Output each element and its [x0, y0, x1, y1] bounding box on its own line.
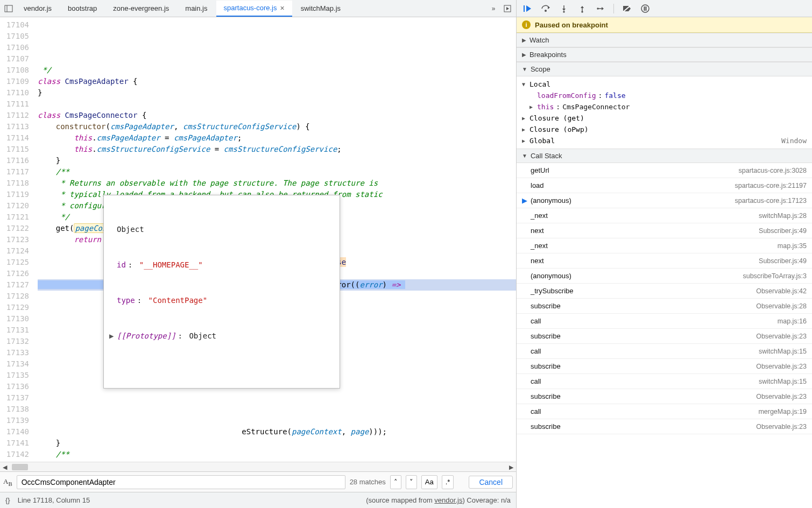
source-map-link[interactable]: vendor.js [434, 496, 462, 504]
callstack-frame[interactable]: (anonymous)subscribeToArray.js:3 [517, 269, 812, 284]
tab-label: main.js [185, 4, 207, 12]
callstack-frame[interactable]: _trySubscribeObservable.js:42 [517, 284, 812, 299]
scroll-right-icon[interactable]: ▶ [507, 463, 515, 471]
callstack-frame[interactable]: subscribeObservable.js:23 [517, 389, 812, 404]
callstack-frame[interactable]: subscribeObservable.js:23 [517, 359, 812, 374]
tab-zone-evergreen[interactable]: zone-evergreen.js [105, 1, 176, 16]
tooltip-value: Object [189, 330, 216, 342]
callstack-frame[interactable]: _nextswitchMap.js:28 [517, 208, 812, 223]
scroll-thumb[interactable] [12, 464, 28, 470]
step-over-icon[interactable] [540, 3, 551, 14]
prev-match-button[interactable]: ˄ [390, 475, 401, 489]
callstack-body: getUrlspartacus-core.js:3028loadspartacu… [517, 163, 812, 434]
tab-bootstrap[interactable]: bootstrap [60, 1, 104, 16]
code-editor[interactable]: 1710417105171061710717108171091711017111… [0, 17, 516, 462]
pretty-print-icon[interactable]: {} [5, 496, 10, 504]
tooltip-key: id [117, 259, 126, 271]
section-breakpoints[interactable]: ▶Breakpoints [517, 47, 812, 62]
match-count: 28 matches [350, 478, 386, 486]
tabs-menu-icon[interactable] [501, 2, 514, 15]
tab-label: zone-evergreen.js [113, 4, 169, 12]
match-case-button[interactable]: Aa [421, 475, 437, 489]
callstack-frame[interactable]: _nextmap.js:35 [517, 238, 812, 253]
paused-text: Paused on breakpoint [535, 21, 608, 29]
svg-point-16 [597, 8, 598, 9]
find-bar: AB 28 matches ˄ ˅ Aa .* Cancel [0, 471, 516, 492]
find-mode-icon[interactable]: AB [3, 477, 12, 487]
callstack-frame[interactable]: callswitchMap.js:15 [517, 344, 812, 359]
callstack-frame[interactable]: callmap.js:16 [517, 314, 812, 329]
code-content[interactable]: */class CmsPageAdapter {} class CmsPageC… [33, 17, 516, 462]
svg-point-10 [563, 11, 564, 12]
cursor-location: Line 17118, Column 15 [18, 496, 90, 504]
svg-rect-20 [644, 6, 645, 11]
callstack-frame[interactable]: callmergeMap.js:19 [517, 404, 812, 419]
source-panel: vendor.js bootstrap zone-evergreen.js ma… [0, 0, 517, 508]
tab-label: bootstrap [68, 4, 97, 12]
callstack-frame[interactable]: nextSubscriber.js:49 [517, 223, 812, 238]
info-icon: i [522, 20, 531, 29]
debugger-toolbar [517, 0, 812, 17]
tooltip-key: type [117, 294, 135, 306]
svg-marker-9 [562, 9, 566, 11]
scope-closure[interactable]: ▶Closure (oPwp) [517, 124, 812, 135]
section-callstack[interactable]: ▼Call Stack [517, 149, 812, 163]
scope-body: ▼Local loadFromConfig: false ▶this: CmsP… [517, 76, 812, 149]
source-map-info: (source mapped from vendor.js) Coverage:… [366, 496, 511, 504]
svg-rect-0 [5, 5, 12, 12]
resume-icon[interactable] [522, 3, 533, 14]
callstack-frame[interactable]: subscribeObservable.js:23 [517, 419, 812, 434]
debugger-panel: i Paused on breakpoint ▶Watch ▶Breakpoin… [517, 0, 812, 508]
navigator-toggle-icon[interactable] [2, 2, 15, 15]
step-into-icon[interactable] [559, 3, 569, 14]
tooltip-title: Object [117, 223, 144, 235]
tooltip-value: "ContentPage" [149, 294, 208, 306]
svg-point-19 [641, 5, 649, 12]
tab-vendor-js[interactable]: vendor.js [16, 1, 59, 16]
line-number-gutter[interactable]: 1710417105171061710717108171091711017111… [0, 17, 33, 462]
tab-label: spartacus-core.js [224, 4, 277, 12]
svg-marker-3 [506, 7, 509, 10]
horizontal-scrollbar[interactable]: ◀ ▶ [0, 462, 516, 471]
tab-switchmap[interactable]: switchMap.js [293, 1, 348, 16]
callstack-frame[interactable]: getUrlspartacus-core.js:3028 [517, 163, 812, 178]
callstack-frame[interactable]: loadspartacus-core.js:21197 [517, 178, 812, 193]
callstack-frame[interactable]: subscribeObservable.js:23 [517, 329, 812, 344]
pause-on-exceptions-icon[interactable] [640, 3, 651, 14]
tooltip-key[interactable]: [[Prototype]] [117, 330, 176, 342]
callstack-frame[interactable]: subscribeObservable.js:28 [517, 299, 812, 314]
search-input[interactable] [17, 475, 345, 489]
value-tooltip[interactable]: Object id: "__HOMEPAGE__" type: "Content… [103, 195, 340, 389]
svg-rect-21 [646, 6, 647, 11]
paused-banner: i Paused on breakpoint [517, 17, 812, 33]
tab-label: vendor.js [24, 4, 52, 12]
section-scope[interactable]: ▼Scope [517, 62, 812, 76]
svg-marker-15 [602, 7, 604, 10]
scope-local[interactable]: ▼Local [517, 79, 812, 90]
tab-spartacus-core[interactable]: spartacus-core.js × [216, 1, 292, 17]
callstack-frame[interactable]: ▶(anonymous)spartacus-core.js:17123 [517, 193, 812, 208]
scope-var[interactable]: ▶this: CmsPageConnector [517, 101, 812, 112]
scroll-left-icon[interactable]: ◀ [1, 463, 9, 471]
status-bar: {} Line 17118, Column 15 (source mapped … [0, 492, 516, 508]
callstack-frame[interactable]: callswitchMap.js:15 [517, 374, 812, 389]
tab-main-js[interactable]: main.js [178, 1, 215, 16]
step-out-icon[interactable] [577, 3, 588, 14]
close-icon[interactable]: × [280, 4, 284, 12]
tab-label: switchMap.js [301, 4, 341, 12]
cancel-button[interactable]: Cancel [469, 476, 513, 489]
regex-button[interactable]: .* [442, 475, 454, 489]
next-match-button[interactable]: ˅ [406, 475, 417, 489]
callstack-frame[interactable]: nextSubscriber.js:49 [517, 253, 812, 269]
svg-rect-4 [524, 5, 525, 12]
scope-global[interactable]: ▶Global Window [517, 135, 812, 146]
section-watch[interactable]: ▶Watch [517, 33, 812, 47]
tooltip-value: "__HOMEPAGE__" [139, 259, 203, 271]
svg-marker-6 [548, 6, 550, 9]
step-icon[interactable] [595, 3, 606, 14]
tabs-overflow-icon[interactable]: » [487, 2, 500, 15]
scope-var[interactable]: loadFromConfig: false [517, 90, 812, 101]
scope-closure[interactable]: ▶Closure (get) [517, 112, 812, 124]
deactivate-breakpoints-icon[interactable] [622, 3, 632, 14]
svg-marker-12 [581, 6, 584, 8]
